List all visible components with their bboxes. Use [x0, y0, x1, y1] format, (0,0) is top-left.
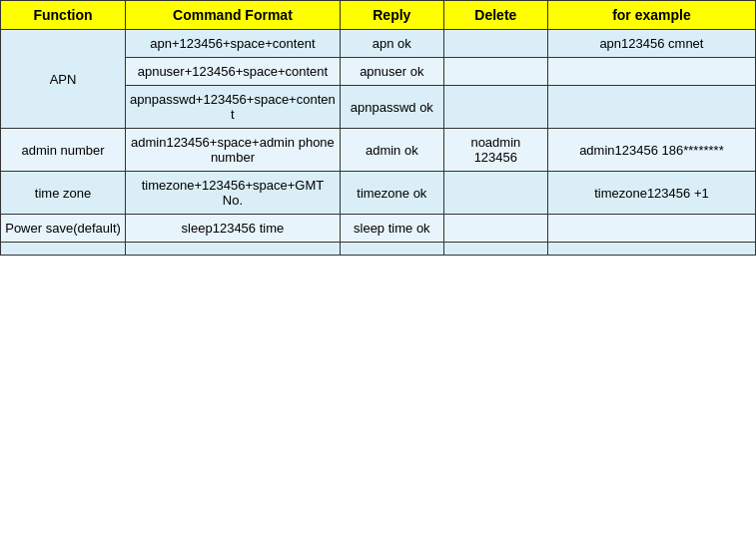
cell-reply	[340, 243, 443, 256]
cell-example: apn123456 cmnet	[547, 30, 755, 58]
cell-reply: apnuser ok	[340, 58, 443, 86]
table-row	[1, 243, 756, 256]
cell-example	[547, 86, 755, 129]
header-function: Function	[1, 1, 126, 30]
cell-command: admin123456+space+admin phone number	[126, 129, 341, 172]
cell-function: admin number	[1, 129, 126, 172]
header-delete: Delete	[443, 1, 547, 30]
cell-example: admin123456 186********	[547, 129, 755, 172]
cell-example	[547, 215, 755, 243]
table-row: APNapn+123456+space+contentapn okapn1234…	[1, 30, 756, 58]
cell-command: apnuser+123456+space+content	[126, 58, 341, 86]
cell-command: sleep123456 time	[126, 215, 341, 243]
cell-command	[126, 243, 341, 256]
cell-example: timezone123456 +1	[547, 172, 755, 215]
cell-command: apn+123456+space+content	[126, 30, 341, 58]
cell-function: APN	[1, 30, 126, 129]
cell-command: apnpasswd+123456+space+content	[126, 86, 341, 129]
cell-reply: sleep time ok	[340, 215, 443, 243]
cell-reply: timezone ok	[340, 172, 443, 215]
cell-function	[1, 243, 126, 256]
table-row: time zonetimezone+123456+space+GMT No.ti…	[1, 172, 756, 215]
table-row: admin numberadmin123456+space+admin phon…	[1, 129, 756, 172]
cell-delete	[443, 30, 547, 58]
cell-reply: admin ok	[340, 129, 443, 172]
header-example: for example	[547, 1, 755, 30]
cell-delete	[443, 243, 547, 256]
cell-reply: apn ok	[340, 30, 443, 58]
cell-example	[547, 58, 755, 86]
cell-command: timezone+123456+space+GMT No.	[126, 172, 341, 215]
cell-delete	[443, 215, 547, 243]
table-row: Power save(default)sleep123456 timesleep…	[1, 215, 756, 243]
header-command: Command Format	[126, 1, 341, 30]
cell-function: Power save(default)	[1, 215, 126, 243]
header-reply: Reply	[340, 1, 443, 30]
cell-example	[547, 243, 755, 256]
cell-delete: noadmin 123456	[443, 129, 547, 172]
cell-reply: apnpasswd ok	[340, 86, 443, 129]
cell-delete	[443, 58, 547, 86]
cell-delete	[443, 172, 547, 215]
cell-function: time zone	[1, 172, 126, 215]
cell-delete	[443, 86, 547, 129]
